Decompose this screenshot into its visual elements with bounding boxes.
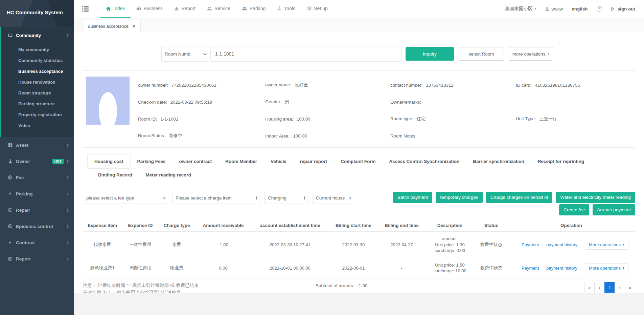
user-menu[interactable]: wuxw (545, 6, 563, 12)
tab-meter-reading-record[interactable]: Meter reading record (139, 169, 198, 181)
tab-owner-contract[interactable]: owner contract (172, 154, 219, 169)
flask-icon (7, 159, 14, 164)
app-root: HC Community System Community › My commu… (0, 0, 644, 315)
col-expense-id: Expense ID (122, 219, 159, 232)
sidebar-item-contract[interactable]: Contract › (0, 234, 74, 251)
tab-repair-report[interactable]: repair report (293, 154, 334, 169)
row-more-operations-button[interactable]: More operations ▾ (585, 263, 628, 273)
sidebar-item-repair[interactable]: Repair › (0, 202, 74, 218)
tab-access-control-synchronization[interactable]: Access Control Synchronization (382, 154, 466, 169)
bolt-icon (7, 240, 14, 245)
sidebar-item-fee[interactable]: Fee › (0, 169, 74, 186)
search-field-select[interactable]: Room Numb (161, 46, 209, 62)
pagination-first[interactable]: « (584, 282, 595, 293)
caret-down-icon: ▾ (534, 7, 536, 10)
sidebar-item-parking[interactable]: Parking › (0, 186, 74, 202)
check-in-date-field: Check-in date:2022-03-22 09:55:19 (138, 100, 265, 105)
globe-icon (7, 224, 14, 229)
pagination-prev[interactable]: ‹ (594, 282, 605, 293)
sidebar-item-epidemic-control[interactable]: Epidemic control › (0, 218, 74, 234)
sidebar-item-community-statistics[interactable]: Community statistics (1, 55, 74, 66)
more-operations-button[interactable]: more operations ▾ (509, 47, 553, 61)
chevron-right-icon: › (67, 158, 69, 165)
gear-icon: ⚙ (307, 6, 312, 11)
tab-room-member[interactable]: Room Member (218, 154, 264, 169)
nav-tab-parking[interactable]: Parking (236, 0, 271, 18)
tab-housing-cost[interactable]: Housing cost (87, 154, 131, 169)
main-area: Index Business Report Service Parking (74, 0, 644, 315)
tab-parking-fees[interactable]: Parking Fees (131, 154, 172, 169)
sidebar-item-my-community[interactable]: My community (1, 44, 74, 55)
sidebar-item-video[interactable]: Video (1, 120, 74, 131)
close-icon[interactable]: × (133, 24, 135, 29)
tab-complaint-form[interactable]: Complaint Form (334, 154, 383, 169)
charging-status-select[interactable]: Charging ▴▾ (264, 192, 308, 204)
sidebar-item-parking-structure[interactable]: Parking structure (1, 98, 74, 109)
sidebar-item-owner[interactable]: Owner HOT › (0, 153, 74, 169)
sidebar-item-asset[interactable]: Asset › (0, 137, 74, 153)
owner-avatar (86, 77, 130, 125)
charge-on-behalf-button[interactable]: Charge charges on behalf of (486, 192, 552, 203)
room-status-field: Room Status:装修中 (138, 133, 265, 139)
nav-tab-tools[interactable]: Tools (271, 0, 301, 18)
select-room-button[interactable]: select Room (459, 47, 504, 61)
nav-tab-business[interactable]: Business (131, 0, 168, 18)
gender-field: Gender:男 (265, 99, 390, 105)
sign-out-button[interactable]: sign out (611, 6, 636, 12)
nav-tab-report[interactable]: Report (168, 0, 201, 18)
room-notes-field: Room Notes (390, 133, 516, 139)
house-scope-select[interactable]: Current house ▴▾ (313, 192, 354, 204)
sign-out-icon (611, 6, 616, 11)
community-selector[interactable]: 美满家园小区 ▾ (505, 6, 536, 12)
sidebar-item-room-structure[interactable]: Room structure (1, 87, 74, 98)
sitemap-icon (277, 6, 282, 11)
col-billing-start-time: Billing start time (328, 219, 379, 232)
top-nav-items: Index Business Report Service Parking (100, 0, 334, 18)
charge-item-select[interactable]: Please select a charge item ▴▾ (172, 192, 260, 204)
payment-history-link[interactable]: payment history (546, 242, 577, 247)
nav-tab-set-up[interactable]: ⚙ Set up (301, 0, 334, 18)
grid-icon (7, 143, 14, 147)
help-button[interactable]: ? (597, 6, 602, 12)
payment-history-link[interactable]: payment history (546, 266, 577, 271)
temporary-charges-button[interactable]: temporary charges (436, 192, 483, 203)
tab-binding-record[interactable]: Binding Record (91, 169, 139, 181)
globe-icon (7, 208, 14, 212)
pagination-last[interactable]: » (625, 282, 635, 293)
table-row: 代收水费 一次性费用 水费 -1.00 2022-03-30 10:27:41 … (83, 232, 635, 258)
divider (83, 70, 635, 71)
sidebar-item-property-registration[interactable]: Property registration (1, 109, 74, 120)
pagination-page-1[interactable]: 1 (604, 282, 615, 293)
nav-tab-service[interactable]: Service (201, 0, 236, 18)
payment-link[interactable]: Payment (522, 266, 539, 271)
pagination-next[interactable]: › (615, 282, 625, 293)
menu-toggle-button[interactable] (74, 0, 90, 18)
inquiry-button[interactable]: Inquiry (406, 47, 454, 61)
batch-payment-button[interactable]: Batch payment (393, 192, 432, 203)
caret-down-icon: ▾ (548, 52, 549, 56)
chevron-down-icon (203, 52, 207, 55)
nav-tab-index[interactable]: Index (100, 0, 131, 18)
updown-arrows-icon: ▴▾ (256, 196, 257, 200)
language-switch[interactable]: english (572, 6, 588, 12)
menu-toggle-icon (82, 6, 89, 12)
tab-vehicle[interactable]: Vehicle (264, 154, 293, 169)
row-more-operations-button[interactable]: More operations ▾ (585, 240, 628, 250)
arrears-payment-button[interactable]: Arrears payment (593, 204, 635, 215)
meter-reading-button[interactable]: Water and electricity meter reading (556, 192, 635, 203)
sidebar-item-community[interactable]: Community › (1, 27, 74, 43)
sidebar-item-house-renovation[interactable]: House renovation (1, 77, 74, 87)
contact-number-field: contact number:13763413312 (390, 83, 516, 88)
owner-number-field: owner number:772022032285430061 (138, 83, 265, 88)
sidebar-item-report[interactable]: Report › (0, 251, 74, 267)
fee-type-select[interactable]: please select a fee type ▴▾ (83, 192, 168, 204)
create-fee-button[interactable]: Create fee (559, 204, 589, 215)
sidebar-item-business-acceptance[interactable]: Business acceptance (1, 66, 74, 77)
payment-link[interactable]: Payment (522, 242, 539, 247)
user-icon (545, 7, 549, 11)
tab-barrier-synchronization[interactable]: Barrier synchronization (466, 154, 531, 169)
sidebar-submenu-community: My community Community statistics Busine… (1, 43, 74, 132)
tab-business-acceptance[interactable]: Business acceptance × (82, 20, 141, 32)
room-number-input[interactable] (210, 46, 402, 62)
tab-receipt-for-reprinting[interactable]: Receipt for reprinting (531, 154, 591, 169)
